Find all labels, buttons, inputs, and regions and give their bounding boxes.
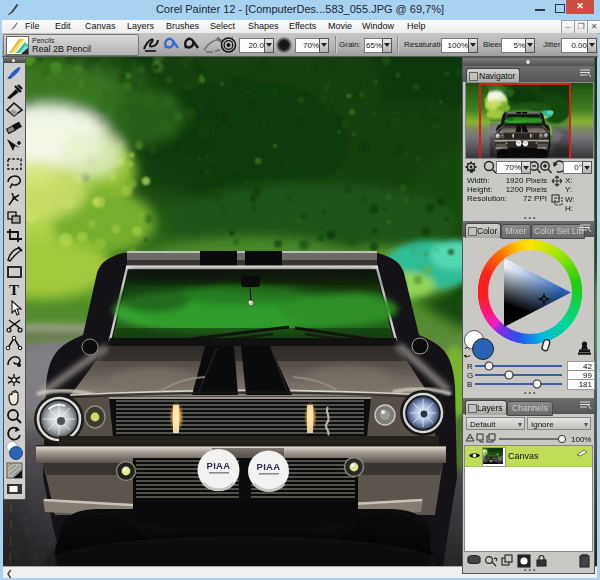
svg-text:T: T [9,282,19,298]
svg-text:100%: 100% [571,435,591,444]
